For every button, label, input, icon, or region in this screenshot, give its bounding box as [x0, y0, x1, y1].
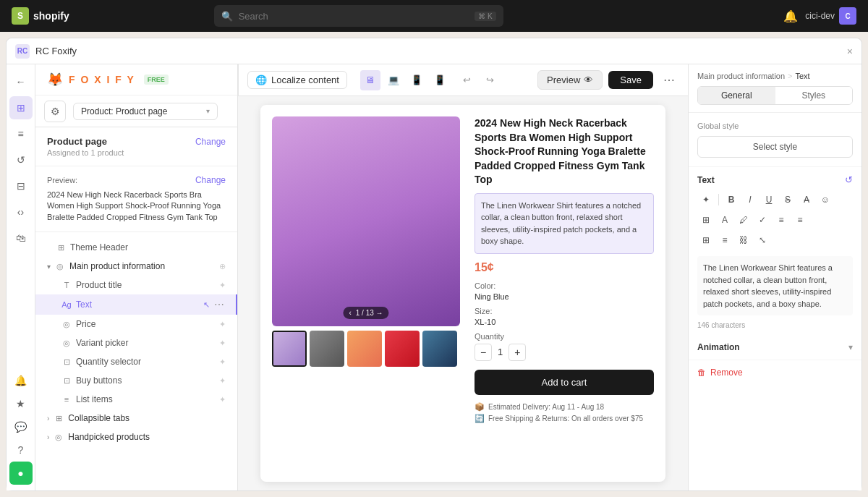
sidebar-item-variant-picker[interactable]: ◎ Variant picker ✦: [35, 334, 237, 352]
notification-button[interactable]: 🔔: [783, 9, 798, 23]
text-tool-indent[interactable]: ≡: [716, 231, 733, 249]
sidebar-item-quantity-selector[interactable]: ⊡ Quantity selector ✦: [35, 352, 237, 371]
sidebar-item-collapsible-tabs[interactable]: › ⊞ Collapsible tabs: [35, 409, 237, 428]
thumbnail-3[interactable]: [347, 331, 382, 367]
collapsible-label: Collapsible tabs: [68, 413, 129, 423]
center-toolbar: 🌐 Localize content 🖥 💻 📱 📱 ↩ ↪ Preview: [238, 64, 688, 96]
sidebar-item-buy-buttons[interactable]: ⊡ Buy buttons ✦: [35, 371, 237, 390]
localize-button[interactable]: 🌐 Localize content: [247, 71, 347, 89]
tablet-device-button[interactable]: 📱: [407, 70, 427, 90]
quantity-label: Quantity: [475, 332, 654, 341]
panel-assigned: Assigned to 1 product: [47, 148, 226, 157]
text-tool-link[interactable]: ⛓: [735, 231, 752, 249]
image-nav[interactable]: ‹ 1 / 13 →: [343, 307, 388, 319]
sidebar-item-main-product[interactable]: ▾ ◎ Main product information ⊕: [35, 257, 237, 276]
app-title: RC Foxify: [35, 46, 77, 56]
sidebar-item-handpicked-products[interactable]: › ◎ Handpicked products: [35, 428, 237, 446]
quantity-decrease-button[interactable]: −: [475, 344, 492, 361]
tab-general[interactable]: General: [698, 87, 775, 104]
shopify-logo: S shopify: [12, 7, 69, 25]
sparkle-price-icon: ✦: [219, 320, 226, 329]
sidebar-item-text[interactable]: Ag Text ↖ ⋯: [35, 294, 237, 315]
thumbnail-2[interactable]: [310, 331, 344, 367]
desktop-device-button[interactable]: 🖥: [360, 70, 380, 90]
preview-change-button[interactable]: Change: [195, 175, 226, 185]
text-tool-sparkle[interactable]: ✦: [697, 191, 715, 208]
preview-button[interactable]: Preview 👁: [537, 70, 603, 90]
sidebar-grid-icon[interactable]: ⊟: [9, 174, 33, 197]
save-button[interactable]: Save: [608, 71, 653, 89]
user-chip[interactable]: cici-dev C: [805, 7, 856, 25]
text-tool-check[interactable]: ✓: [754, 211, 771, 229]
text-label: Text: [76, 300, 199, 310]
more-icon[interactable]: ⋯: [214, 299, 224, 310]
search-bar[interactable]: 🔍 ⌘ K: [214, 5, 503, 27]
panel-change-button[interactable]: Change: [195, 137, 226, 147]
price-icon: ◎: [61, 319, 72, 329]
text-tool-font-size[interactable]: A̶: [798, 191, 815, 208]
add-icon: ⊕: [219, 262, 226, 271]
remove-button[interactable]: 🗑 Remove: [697, 368, 853, 378]
more-options-button[interactable]: ⋯: [659, 70, 679, 90]
close-button[interactable]: ×: [847, 46, 853, 57]
animation-header[interactable]: Animation ▾: [697, 342, 853, 352]
thumbnail-4[interactable]: [385, 331, 420, 367]
text-tool-italic[interactable]: I: [741, 191, 759, 208]
search-input[interactable]: [239, 11, 469, 22]
sidebar-item-theme-header[interactable]: ⊞ Theme Header: [35, 238, 237, 257]
thumbnail-5[interactable]: [422, 331, 457, 367]
undo-button[interactable]: ↩: [457, 70, 477, 90]
shopify-logo-icon: S: [12, 7, 29, 25]
mobile-device-button[interactable]: 📱: [430, 70, 450, 90]
text-tool-emoji[interactable]: ☺: [817, 191, 834, 208]
text-tool-expand[interactable]: ⤡: [754, 231, 771, 249]
delivery-text: Estimated Delivery: Aug 11 - Aug 18: [488, 403, 604, 411]
text-tool-strikethrough[interactable]: S: [779, 191, 796, 208]
remove-label: Remove: [710, 368, 743, 378]
sidebar-back-icon[interactable]: ←: [9, 70, 33, 93]
text-tool-image[interactable]: ⊞: [697, 211, 715, 229]
sidebar-help-icon[interactable]: ?: [9, 438, 33, 462]
text-tool-color[interactable]: A: [716, 211, 733, 229]
add-to-cart-button[interactable]: Add to cart: [475, 370, 654, 395]
sidebar-item-product-title[interactable]: T Product title ✦: [35, 276, 237, 294]
panel-title: Product page: [47, 136, 107, 147]
sidebar-item-list-items[interactable]: ≡ List items ✦: [35, 390, 237, 409]
settings-button[interactable]: ⚙: [44, 101, 66, 122]
text-tool-list-ordered[interactable]: ≡: [773, 211, 790, 229]
eye-icon: 👁: [584, 75, 593, 85]
sidebar-bag-icon[interactable]: 🛍: [9, 226, 33, 250]
quantity-label: Quantity selector: [76, 357, 215, 367]
text-tool-bold[interactable]: B: [723, 191, 740, 208]
localize-text: Localize content: [271, 75, 339, 85]
sidebar-status-icon[interactable]: ●: [9, 462, 33, 485]
sidebar-item-price[interactable]: ◎ Price ✦: [35, 315, 237, 334]
breadcrumb: Main product information > Text: [697, 72, 853, 80]
product-images: ‹ 1 / 13 →: [272, 116, 460, 425]
sidebar-star-icon[interactable]: ★: [9, 392, 33, 415]
text-tool-table[interactable]: ⊞: [697, 231, 715, 249]
text-reset-button[interactable]: ↺: [845, 174, 853, 185]
laptop-device-button[interactable]: 💻: [383, 70, 404, 90]
sidebar-list-icon[interactable]: ≡: [9, 122, 33, 145]
chevron-right-icon: ›: [47, 415, 49, 422]
quantity-increase-button[interactable]: +: [509, 344, 526, 361]
img-prev-icon[interactable]: ‹: [349, 309, 351, 317]
thumbnail-1[interactable]: [272, 331, 307, 367]
sidebar-bell-icon[interactable]: 🔔: [9, 369, 33, 392]
sidebar-layout-icon[interactable]: ⊞: [9, 96, 33, 119]
globe-icon: 🌐: [255, 75, 267, 85]
color-value: Ning Blue: [475, 292, 654, 301]
select-style-button[interactable]: Select style: [697, 136, 853, 158]
sidebar-chat-icon[interactable]: 💬: [9, 415, 33, 438]
text-toolbar-row-3: ⊞ ≡ ⛓ ⤡: [689, 230, 861, 250]
text-tool-list-unordered[interactable]: ≡: [791, 211, 809, 229]
tab-styles[interactable]: Styles: [775, 87, 853, 104]
sidebar-code-icon[interactable]: ‹›: [9, 200, 33, 224]
text-tool-underline[interactable]: U: [760, 191, 778, 208]
editor-area: ← ⊞ ≡ ↺ ⊟ ‹› 🛍 🔔 ★ 💬 ? ● 🦊 F O X I F Y: [7, 64, 861, 490]
text-tool-highlight[interactable]: 🖊: [735, 211, 752, 229]
sidebar-refresh-icon[interactable]: ↺: [9, 148, 33, 171]
redo-button[interactable]: ↪: [480, 70, 501, 90]
page-selector[interactable]: Product: Product page ▾: [73, 103, 218, 120]
